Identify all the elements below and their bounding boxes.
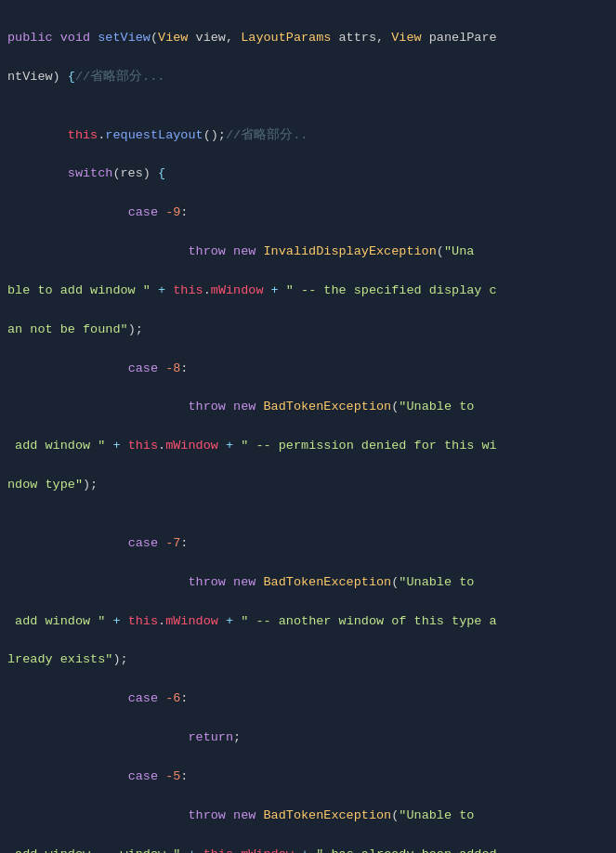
code-line: ntView) {//省略部分... xyxy=(7,68,609,87)
code-block: public void setView(View view, LayoutPar… xyxy=(0,0,616,853)
code-line: throw new InvalidDisplayException("Una xyxy=(7,243,609,262)
code-line: switch(res) { xyxy=(7,164,609,184)
code-line: public void setView(View view, LayoutPar… xyxy=(7,29,609,48)
code-line: this.requestLayout();//省略部分.. xyxy=(7,126,609,146)
code-line: an not be found"); xyxy=(7,321,609,340)
code-line: case -9: xyxy=(7,203,609,223)
code-line: ble to add window " + this.mWindow + " -… xyxy=(7,282,609,301)
code-line: add window " + this.mWindow + " -- permi… xyxy=(7,437,609,456)
code-line: case -5: xyxy=(7,768,609,787)
code-line: throw new BadTokenException("Unable to xyxy=(7,398,609,417)
code-line: return; xyxy=(7,728,609,748)
code-line: ndow type"); xyxy=(7,476,609,495)
code-line: add window " + this.mWindow + " -- anoth… xyxy=(7,612,609,632)
code-line: throw new BadTokenException("Unable to xyxy=(7,573,609,593)
code-line: throw new BadTokenException("Unable to xyxy=(7,807,609,826)
code-line: lready exists"); xyxy=(7,650,609,670)
code-line: case -6: xyxy=(7,689,609,709)
code-line: add window -- window " + this.mWindow + … xyxy=(7,846,609,853)
code-line: case -7: xyxy=(7,534,609,554)
code-line: case -8: xyxy=(7,360,609,379)
